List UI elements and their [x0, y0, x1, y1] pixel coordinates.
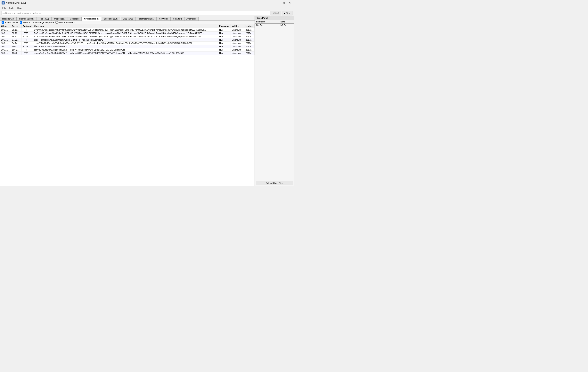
show-ntlm-label: Show NTLM challenge-response: [23, 21, 54, 24]
cell-login: 2017/..: [244, 48, 254, 52]
credentials-table: Client Server Protocol Username Password…: [0, 24, 255, 55]
cell-password: N/A: [218, 48, 231, 52]
window-controls: ─ □ ✕: [275, 0, 293, 5]
cell-password: N/A: [218, 35, 231, 38]
show-cookies-option[interactable]: Show Cookies: [1, 21, 18, 24]
cell-server: 98.13...: [11, 28, 21, 32]
table-row[interactable]: 10.3.... 54.14... HTTP __smTID=7fc4fbbe-…: [0, 41, 255, 45]
app-title: NetworkMiner 1.6.1: [6, 1, 275, 4]
tab-credentials[interactable]: Credentials (9): [82, 17, 101, 21]
tab-keywords[interactable]: Keywords: [157, 17, 171, 21]
tab-images[interactable]: Images (18): [51, 17, 67, 21]
cell-login: 2017/..: [244, 45, 254, 48]
col-header-protocol[interactable]: Protocol: [21, 24, 33, 28]
cell-password: N/A: [218, 38, 231, 41]
col-header-login[interactable]: Login...: [244, 24, 254, 28]
tab-dns[interactable]: DNS (573): [121, 17, 135, 21]
table-row[interactable]: 10.3.... 98.13... HTTP B=2hrm05hc9suso&b…: [0, 32, 255, 35]
mask-passwords-checkbox[interactable]: [55, 21, 58, 24]
col-header-server[interactable]: Server: [11, 24, 21, 28]
cell-login: 2017/..: [244, 38, 254, 41]
cell-server: 186.2...: [11, 48, 21, 52]
cell-protocol: HTTP: [21, 48, 33, 52]
cell-username: B=2hrm05hc9suso&b=4&d=hfzX6ZJpYEK2W8lDku…: [33, 35, 218, 38]
close-button[interactable]: ✕: [287, 0, 293, 5]
col-header-password[interactable]: Password: [218, 24, 231, 28]
tab-parameters[interactable]: Parameters (591): [136, 17, 157, 21]
cell-login: 2017/..: [244, 28, 254, 32]
case-panel-row[interactable]: 2017-... b9c5a...: [255, 23, 294, 27]
credentials-tbody: 10.3.... 98.13... HTTP B=2hrm05hc9suso&b…: [0, 28, 255, 55]
cell-server: 98.13...: [11, 35, 21, 38]
table-row[interactable]: 10.3.... 186.2... HTTP ssn=n0kr3urdDoh63…: [0, 52, 255, 55]
toolbar: ▶Start ■ Stop: [0, 10, 294, 16]
tab-hosts[interactable]: Hosts (1423): [0, 17, 17, 21]
cell-valid: Unknown: [231, 32, 244, 35]
cell-password: N/A: [218, 41, 231, 45]
case-panel-table: Filename MD5 2017-... b9c5a...: [255, 20, 294, 27]
credentials-table-container[interactable]: Client Server Protocol Username Password…: [0, 24, 255, 186]
reload-case-files-button[interactable]: Reload Case Files: [256, 181, 293, 185]
tab-sessions[interactable]: Sessions (305): [102, 17, 120, 21]
title-bar: N NetworkMiner 1.6.1 ─ □ ✕: [0, 0, 294, 6]
cell-client: 10.3....: [0, 35, 11, 38]
minimize-button[interactable]: ─: [275, 0, 281, 5]
cell-username: ssn=n0kr3urdDoh63sl1a84lhi96d2; __ddg_=4…: [33, 52, 218, 55]
mask-passwords-label: Mask Passwords: [58, 21, 74, 24]
stop-button[interactable]: ■ Stop: [282, 11, 293, 15]
cell-valid: Unknown: [231, 41, 244, 45]
case-panel-tbody: 2017-... b9c5a...: [255, 23, 294, 27]
options-bar: Show Cookies Show NTLM challenge-respons…: [0, 21, 255, 24]
case-col-md5[interactable]: MD5: [279, 20, 294, 23]
col-header-valid[interactable]: Valid...: [231, 24, 244, 28]
cell-client: 10.3....: [0, 32, 11, 35]
case-col-filename[interactable]: Filename: [255, 20, 279, 23]
menu-file[interactable]: File: [1, 6, 7, 10]
cell-server: 54.14...: [11, 41, 21, 45]
show-cookies-label: Show Cookies: [4, 21, 18, 24]
col-header-client[interactable]: Client: [0, 24, 11, 28]
menu-tools[interactable]: Tools: [7, 6, 16, 10]
tab-cleartext[interactable]: Cleartext: [171, 17, 184, 21]
case-panel-table-container[interactable]: Filename MD5 2017-... b9c5a...: [255, 20, 294, 180]
cell-username: B=2hrm05hc9suso&b=4&d=hfzX6ZJpYEK2W8lDku…: [33, 32, 218, 35]
table-row[interactable]: 10.3.... 186.2... HTTP ssn=n0kr3urdDoh63…: [0, 48, 255, 52]
table-row[interactable]: 10.3.... 186.2... HTTP ssn=n0kr3urdDoh63…: [0, 45, 255, 48]
tab-files[interactable]: Files (399): [37, 17, 51, 21]
menu-bar: File Tools Help: [0, 6, 294, 10]
cell-client: 10.3....: [0, 45, 11, 48]
cell-username: ssn=n0kr3urdDoh63sl1a84lhi96d2: [33, 45, 218, 48]
cell-server: 186.2...: [11, 45, 21, 48]
cell-client: 10.3....: [0, 38, 11, 41]
table-header-row: Client Server Protocol Username Password…: [0, 24, 255, 28]
menu-help[interactable]: Help: [15, 6, 23, 10]
cell-username: test; __smToken=dy5XTQnp5uALnqkFGzf0IzTq…: [33, 38, 218, 41]
show-ntlm-option[interactable]: Show NTLM challenge-response: [20, 21, 54, 24]
case-cell-filename: 2017-...: [255, 23, 279, 27]
cell-client: 10.3....: [0, 48, 11, 52]
col-header-username[interactable]: Username: [33, 24, 218, 28]
cell-valid: Unknown: [231, 48, 244, 52]
cell-password: N/A: [218, 28, 231, 32]
tab-messages[interactable]: Messages: [68, 17, 82, 21]
show-cookies-checkbox[interactable]: [1, 21, 4, 24]
tab-frames[interactable]: Frames (17xxx): [17, 17, 36, 21]
cell-protocol: HTTP: [21, 32, 33, 35]
cell-login: 2017/..: [244, 41, 254, 45]
table-row[interactable]: 10.3.... 98.13... HTTP B=2hrm05hc9suso&b…: [0, 35, 255, 38]
tab-anomalies[interactable]: Anomalies: [184, 17, 199, 21]
maximize-button[interactable]: □: [281, 0, 287, 5]
cell-server: 186.2...: [11, 52, 21, 55]
cell-username: __smTID=7fc4fbbe-fa20-4b3a-8b59-bae7b7b9…: [33, 41, 218, 45]
start-button[interactable]: ▶Start: [271, 11, 281, 15]
table-row[interactable]: 10.3.... 67.21... HTTP test; __smToken=d…: [0, 38, 255, 41]
table-row[interactable]: 10.3.... 98.13... HTTP B=2hrm05hc9suso&b…: [0, 28, 255, 32]
mask-passwords-option[interactable]: Mask Passwords: [55, 21, 74, 24]
cell-password: N/A: [218, 45, 231, 48]
cell-protocol: HTTP: [21, 35, 33, 38]
app-icon: N: [1, 1, 5, 4]
cell-valid: Unknown: [231, 35, 244, 38]
left-panel: Hosts (1423) Frames (17xxx) Files (399) …: [0, 16, 255, 186]
adapter-select[interactable]: [1, 11, 270, 15]
show-ntlm-checkbox[interactable]: [20, 21, 22, 24]
